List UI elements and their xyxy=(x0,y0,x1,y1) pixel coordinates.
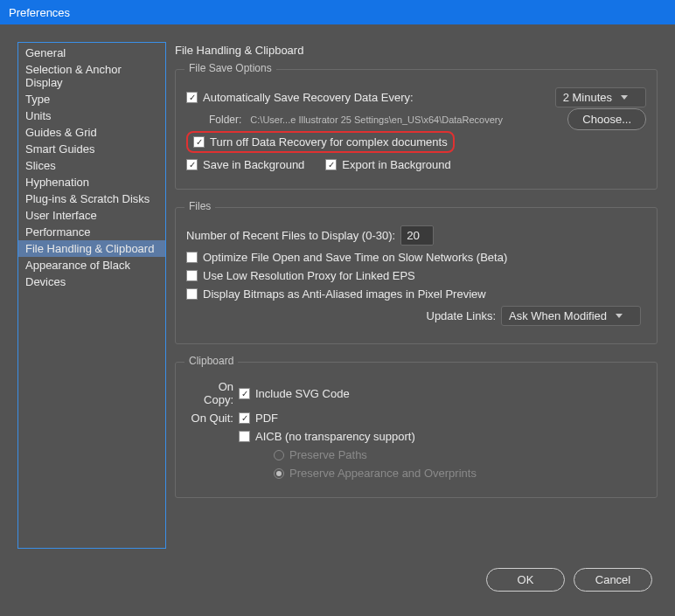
update-links-label: Update Links: xyxy=(427,309,497,322)
sidebar-item-slices[interactable]: Slices xyxy=(18,157,165,174)
folder-label: Folder: xyxy=(209,114,241,126)
aicb-label: AICB (no transparency support) xyxy=(255,430,415,443)
save-background-label: Save in Background xyxy=(203,158,304,171)
clipboard-group: Clipboard On Copy: Include SVG Code On Q… xyxy=(175,362,658,498)
save-background-checkbox[interactable] xyxy=(186,159,198,170)
auto-save-interval-select[interactable]: 2 Minutes xyxy=(555,87,646,107)
include-svg-checkbox[interactable] xyxy=(239,388,250,399)
file-save-legend: File Save Options xyxy=(184,62,276,74)
main-panel: File Handling & Clipboard File Save Opti… xyxy=(175,42,658,549)
window-title: Preferences xyxy=(9,6,70,19)
bitmap-antialias-checkbox[interactable] xyxy=(186,288,198,300)
sidebar-item-type[interactable]: Type xyxy=(18,91,165,107)
preferences-sidebar: GeneralSelection & Anchor DisplayTypeUni… xyxy=(17,42,166,549)
recent-files-input[interactable] xyxy=(400,225,434,246)
sidebar-item-user-interface[interactable]: User Interface xyxy=(18,207,165,224)
sidebar-item-general[interactable]: General xyxy=(18,45,165,61)
include-svg-label: Include SVG Code xyxy=(255,387,350,400)
choose-folder-button[interactable]: Choose... xyxy=(567,108,646,130)
update-links-select[interactable]: Ask When Modified xyxy=(501,306,641,326)
aicb-checkbox[interactable] xyxy=(239,431,250,442)
sidebar-item-file-handling-clipboard[interactable]: File Handling & Clipboard xyxy=(18,240,165,257)
ok-button[interactable]: OK xyxy=(486,568,565,592)
clipboard-legend: Clipboard xyxy=(184,355,238,367)
sidebar-item-appearance-of-black[interactable]: Appearance of Black xyxy=(18,257,165,273)
file-save-options-group: File Save Options Automatically Save Rec… xyxy=(175,69,658,190)
sidebar-item-units[interactable]: Units xyxy=(18,107,165,124)
cancel-button[interactable]: Cancel xyxy=(574,568,652,592)
optimize-network-checkbox[interactable] xyxy=(186,252,198,263)
sidebar-item-guides-grid[interactable]: Guides & Grid xyxy=(18,124,165,141)
bitmap-antialias-label: Display Bitmaps as Anti-Aliased images i… xyxy=(203,287,486,301)
preserve-appearance-label: Preserve Appearance and Overprints xyxy=(289,467,477,480)
export-background-checkbox[interactable] xyxy=(325,159,337,170)
sidebar-item-plug-ins-scratch-disks[interactable]: Plug-ins & Scratch Disks xyxy=(18,190,165,207)
dialog-footer: OK Cancel xyxy=(0,557,675,602)
pdf-label: PDF xyxy=(255,412,278,425)
turn-off-recovery-checkbox[interactable] xyxy=(193,136,205,148)
preserve-paths-radio[interactable] xyxy=(274,450,284,460)
pdf-checkbox[interactable] xyxy=(239,412,250,424)
files-group: Files Number of Recent Files to Display … xyxy=(175,207,658,344)
folder-path: C:\User...e Illustrator 25 Settings\en_U… xyxy=(250,114,503,125)
highlight-box: Turn off Data Recovery for complex docum… xyxy=(186,131,455,153)
turn-off-recovery-label: Turn off Data Recovery for complex docum… xyxy=(210,135,448,149)
auto-save-checkbox[interactable] xyxy=(186,92,198,103)
sidebar-item-devices[interactable]: Devices xyxy=(18,273,165,290)
content-area: GeneralSelection & Anchor DisplayTypeUni… xyxy=(0,24,675,557)
auto-save-label: Automatically Save Recovery Data Every: xyxy=(203,91,414,104)
export-background-label: Export in Background xyxy=(342,158,450,171)
sidebar-item-hyphenation[interactable]: Hyphenation xyxy=(18,174,165,190)
sidebar-item-selection-anchor-display[interactable]: Selection & Anchor Display xyxy=(18,61,165,91)
on-copy-label: On Copy: xyxy=(186,380,233,406)
sidebar-item-performance[interactable]: Performance xyxy=(18,224,165,240)
recent-files-label: Number of Recent Files to Display (0-30)… xyxy=(186,229,395,242)
on-quit-label: On Quit: xyxy=(186,412,233,425)
low-res-proxy-checkbox[interactable] xyxy=(186,270,198,281)
files-legend: Files xyxy=(184,200,215,212)
titlebar: Preferences xyxy=(0,0,675,24)
page-title: File Handling & Clipboard xyxy=(175,44,658,57)
low-res-proxy-label: Use Low Resolution Proxy for Linked EPS xyxy=(203,269,415,282)
optimize-network-label: Optimize File Open and Save Time on Slow… xyxy=(203,251,507,264)
preserve-appearance-radio[interactable] xyxy=(274,468,284,479)
sidebar-item-smart-guides[interactable]: Smart Guides xyxy=(18,141,165,157)
preserve-paths-label: Preserve Paths xyxy=(289,448,367,461)
